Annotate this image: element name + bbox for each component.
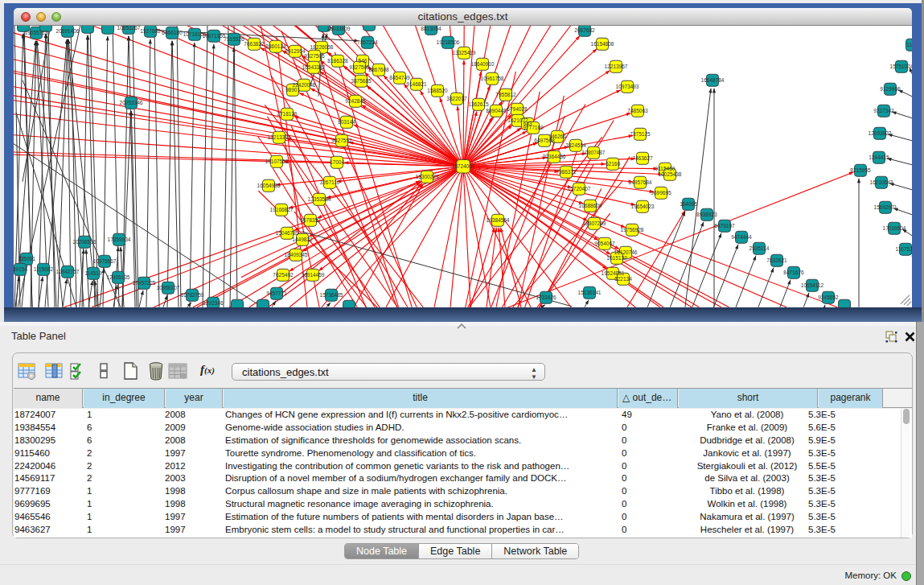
svg-text:16914459: 16914459 bbox=[302, 272, 325, 278]
svg-text:17016504: 17016504 bbox=[883, 225, 906, 231]
svg-text:12213393: 12213393 bbox=[268, 134, 291, 140]
svg-text:10961758: 10961758 bbox=[481, 76, 504, 81]
svg-text:10688609: 10688609 bbox=[579, 203, 602, 208]
svg-text:3824554: 3824554 bbox=[565, 142, 586, 148]
svg-text:6479197: 6479197 bbox=[714, 223, 735, 229]
svg-text:20364436: 20364436 bbox=[543, 154, 566, 159]
svg-text:19654023: 19654023 bbox=[631, 204, 655, 209]
svg-text:16543382: 16543382 bbox=[302, 64, 326, 70]
svg-text:13325419: 13325419 bbox=[453, 50, 476, 56]
svg-text:17957225: 17957225 bbox=[133, 280, 156, 286]
svg-text:15300273: 15300273 bbox=[416, 174, 439, 179]
svg-text:19756928: 19756928 bbox=[621, 227, 644, 233]
svg-text:1292346: 1292346 bbox=[203, 300, 224, 306]
svg-text:10107553: 10107553 bbox=[265, 159, 289, 164]
svg-text:16033809: 16033809 bbox=[327, 26, 351, 31]
svg-text:7857224: 7857224 bbox=[357, 39, 378, 45]
svg-text:16054985: 16054985 bbox=[257, 183, 281, 188]
svg-text:10853267: 10853267 bbox=[117, 25, 141, 31]
svg-text:16648784: 16648784 bbox=[701, 77, 725, 83]
svg-text:1527602: 1527602 bbox=[140, 28, 161, 34]
svg-text:18640910: 18640910 bbox=[471, 61, 495, 67]
svg-text:9699695: 9699695 bbox=[651, 190, 671, 196]
svg-text:7485063: 7485063 bbox=[627, 108, 648, 113]
svg-text:10671355: 10671355 bbox=[203, 33, 226, 39]
svg-text:6794028: 6794028 bbox=[507, 106, 528, 112]
svg-text:9474444: 9474444 bbox=[731, 234, 752, 240]
svg-text:5678352: 5678352 bbox=[300, 217, 321, 223]
svg-text:20691406: 20691406 bbox=[56, 28, 80, 34]
svg-text:3875685: 3875685 bbox=[351, 78, 372, 84]
svg-text:7832621: 7832621 bbox=[766, 257, 787, 263]
svg-text:8186328: 8186328 bbox=[327, 58, 348, 64]
svg-text:9777169: 9777169 bbox=[523, 125, 544, 130]
svg-text:1167533: 1167533 bbox=[896, 246, 912, 252]
svg-text:7663822: 7663822 bbox=[244, 41, 265, 47]
svg-text:15136141: 15136141 bbox=[578, 290, 602, 295]
svg-text:12213967: 12213967 bbox=[605, 64, 628, 69]
svg-text:7986372: 7986372 bbox=[556, 169, 577, 175]
svg-text:8990448: 8990448 bbox=[486, 108, 507, 113]
svg-text:19524851: 19524851 bbox=[602, 270, 625, 276]
svg-text:1115682: 1115682 bbox=[34, 266, 54, 272]
svg-text:9146821: 9146821 bbox=[406, 81, 427, 87]
svg-text:1449822: 1449822 bbox=[292, 237, 313, 242]
svg-text:15751074: 15751074 bbox=[890, 64, 912, 69]
svg-text:9129966: 9129966 bbox=[880, 86, 901, 92]
svg-text:12905135: 12905135 bbox=[107, 274, 130, 280]
svg-text:16154808: 16154808 bbox=[591, 41, 614, 47]
svg-text:164095: 164095 bbox=[680, 201, 697, 207]
svg-text:1362615: 1362615 bbox=[468, 101, 489, 107]
svg-text:9054067: 9054067 bbox=[594, 241, 615, 246]
svg-text:1615132: 1615132 bbox=[606, 255, 627, 261]
svg-text:522134: 522134 bbox=[614, 276, 632, 282]
svg-text:15736485: 15736485 bbox=[320, 292, 343, 298]
svg-text:10654112: 10654112 bbox=[801, 282, 824, 288]
svg-text:19218506: 19218506 bbox=[437, 39, 460, 45]
svg-text:10973493: 10973493 bbox=[616, 84, 639, 89]
svg-text:1733426: 1733426 bbox=[536, 295, 556, 300]
svg-text:17359934: 17359934 bbox=[108, 237, 131, 242]
svg-text:2935114: 2935114 bbox=[749, 245, 770, 251]
svg-text:16782759: 16782759 bbox=[181, 292, 204, 298]
svg-text:18409345: 18409345 bbox=[285, 252, 308, 257]
svg-text:18724007: 18724007 bbox=[452, 163, 475, 169]
svg-text:9245652: 9245652 bbox=[818, 295, 839, 300]
svg-text:16210643: 16210643 bbox=[870, 179, 893, 185]
svg-text:9242845: 9242845 bbox=[345, 98, 366, 104]
svg-text:8215955: 8215955 bbox=[850, 167, 871, 173]
svg-text:18807249: 18807249 bbox=[583, 220, 606, 226]
svg-text:14957684: 14957684 bbox=[629, 179, 652, 185]
svg-text:20053346: 20053346 bbox=[120, 100, 143, 105]
svg-text:114519: 114519 bbox=[84, 270, 102, 276]
svg-text:2867608: 2867608 bbox=[368, 67, 389, 72]
svg-text:15046785: 15046785 bbox=[276, 230, 299, 236]
svg-text:7515526: 7515526 bbox=[224, 36, 244, 42]
svg-text:62160: 62160 bbox=[606, 161, 620, 167]
svg-text:9427552: 9427552 bbox=[331, 138, 352, 143]
svg-text:10958107: 10958107 bbox=[157, 285, 180, 290]
svg-text:8938923: 8938923 bbox=[696, 212, 717, 217]
svg-text:8813054: 8813054 bbox=[421, 26, 441, 31]
svg-text:7375125: 7375125 bbox=[630, 131, 651, 137]
svg-text:8912954: 8912954 bbox=[285, 48, 306, 54]
svg-text:1588520: 1588520 bbox=[427, 88, 448, 93]
svg-text:19384554: 19384554 bbox=[487, 217, 510, 223]
svg-text:9457771: 9457771 bbox=[266, 290, 287, 296]
svg-text:2718126: 2718126 bbox=[277, 111, 298, 117]
svg-text:12093822: 12093822 bbox=[869, 130, 892, 136]
svg-text:10975867: 10975867 bbox=[93, 258, 117, 264]
svg-text:13353584: 13353584 bbox=[308, 196, 331, 202]
svg-text:19166827: 19166827 bbox=[270, 207, 294, 212]
svg-text:9227342: 9227342 bbox=[873, 108, 894, 113]
svg-text:8860124: 8860124 bbox=[265, 43, 286, 49]
svg-text:16120746: 16120746 bbox=[614, 249, 638, 255]
svg-text:746266: 746266 bbox=[548, 134, 566, 139]
svg-text:15720407: 15720407 bbox=[568, 186, 591, 192]
svg-text:3822037: 3822037 bbox=[446, 96, 467, 101]
svg-text:7463627: 7463627 bbox=[632, 155, 653, 161]
svg-text:98901: 98901 bbox=[285, 87, 300, 93]
svg-text:12942757: 12942757 bbox=[56, 269, 80, 274]
svg-text:9327505: 9327505 bbox=[304, 53, 325, 59]
svg-text:15692971: 15692971 bbox=[874, 204, 897, 210]
